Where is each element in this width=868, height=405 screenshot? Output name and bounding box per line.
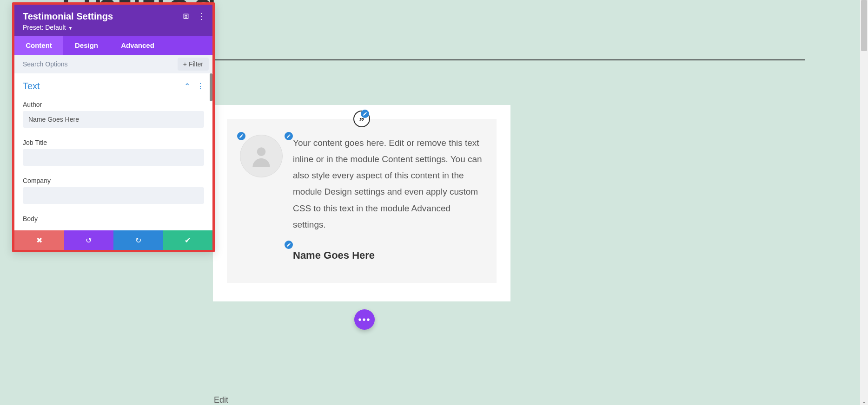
edit-body-button[interactable] bbox=[285, 132, 293, 140]
svg-rect-0 bbox=[184, 14, 188, 18]
section-text-controls: ⌃ ⋮ bbox=[184, 82, 204, 91]
job-title-input[interactable] bbox=[23, 149, 204, 166]
plus-icon: + bbox=[183, 60, 187, 68]
body-label: Body bbox=[23, 215, 204, 222]
panel-tabs: Content Design Advanced bbox=[14, 36, 212, 55]
scrollbar-thumb[interactable] bbox=[861, 0, 867, 51]
redo-button[interactable]: ↻ bbox=[113, 230, 163, 250]
close-icon: ✖ bbox=[36, 236, 42, 245]
page-scrollbar[interactable]: ⌄ bbox=[860, 0, 868, 405]
field-body: Body bbox=[14, 215, 212, 230]
tab-content[interactable]: Content bbox=[14, 36, 63, 55]
panel-footer: ✖ ↺ ↻ ✔ bbox=[14, 230, 212, 250]
testimonial-module[interactable]: ” Your content goes here. Edit or remove… bbox=[213, 105, 510, 301]
preset-label: Preset: Default bbox=[23, 24, 66, 31]
scroll-down-icon[interactable]: ⌄ bbox=[862, 399, 866, 404]
preset-selector[interactable]: Preset: Default ▼ bbox=[23, 24, 204, 31]
testimonial-settings-panel: Testimonial Settings Preset: Default ▼ ⋮… bbox=[12, 2, 215, 252]
svg-rect-1 bbox=[185, 15, 187, 17]
field-company: Company bbox=[14, 177, 212, 209]
edit-label: Edit bbox=[214, 395, 228, 405]
redo-icon: ↻ bbox=[135, 236, 141, 245]
testimonial-row: Your content goes here. Edit or remove t… bbox=[240, 135, 484, 261]
section-text-title: Text bbox=[23, 81, 40, 91]
save-button[interactable]: ✔ bbox=[163, 230, 213, 250]
edit-quote-button[interactable] bbox=[361, 110, 369, 118]
undo-icon: ↺ bbox=[86, 236, 92, 245]
cancel-button[interactable]: ✖ bbox=[14, 230, 64, 250]
panel-header: Testimonial Settings Preset: Default ▼ ⋮ bbox=[14, 5, 212, 36]
author-label: Author bbox=[23, 101, 204, 108]
svg-point-2 bbox=[257, 147, 266, 156]
field-job-title: Job Title bbox=[14, 139, 212, 171]
panel-header-actions: ⋮ bbox=[182, 12, 206, 20]
company-label: Company bbox=[23, 177, 204, 184]
module-actions-fab[interactable]: ••• bbox=[354, 309, 375, 330]
testimonial-author[interactable]: Name Goes Here bbox=[293, 249, 484, 261]
tab-design[interactable]: Design bbox=[63, 36, 110, 55]
avatar[interactable] bbox=[240, 135, 283, 177]
filter-button[interactable]: + Filter bbox=[178, 58, 209, 71]
testimonial-body[interactable]: Your content goes here. Edit or remove t… bbox=[293, 135, 484, 233]
undo-button[interactable]: ↺ bbox=[64, 230, 114, 250]
panel-search-row: + Filter bbox=[14, 55, 212, 73]
ellipsis-icon: ••• bbox=[358, 314, 371, 325]
panel-scrollbar[interactable] bbox=[210, 73, 212, 101]
testimonial-inner: ” Your content goes here. Edit or remove… bbox=[227, 119, 497, 283]
job-title-label: Job Title bbox=[23, 139, 204, 146]
search-options-input[interactable] bbox=[23, 60, 178, 68]
panel-body: Text ⌃ ⋮ Author Job Title Company Body bbox=[14, 73, 212, 230]
kebab-menu-icon[interactable]: ⋮ bbox=[198, 12, 206, 20]
company-input[interactable] bbox=[23, 187, 204, 204]
tab-advanced[interactable]: Advanced bbox=[110, 36, 166, 55]
panel-title: Testimonial Settings bbox=[23, 11, 204, 22]
field-author: Author bbox=[14, 101, 212, 133]
check-icon: ✔ bbox=[185, 236, 191, 245]
avatar-placeholder-icon bbox=[248, 143, 274, 169]
kebab-menu-icon[interactable]: ⋮ bbox=[197, 82, 204, 91]
edit-author-button[interactable] bbox=[285, 241, 293, 249]
section-text-header[interactable]: Text ⌃ ⋮ bbox=[14, 73, 212, 95]
caret-down-icon: ▼ bbox=[67, 26, 73, 31]
filter-label: Filter bbox=[189, 60, 203, 68]
chevron-up-icon[interactable]: ⌃ bbox=[184, 82, 190, 91]
expand-icon[interactable] bbox=[182, 12, 190, 20]
author-input[interactable] bbox=[23, 111, 204, 128]
testimonial-text-wrap: Your content goes here. Edit or remove t… bbox=[293, 135, 484, 261]
edit-avatar-button[interactable] bbox=[237, 132, 245, 140]
